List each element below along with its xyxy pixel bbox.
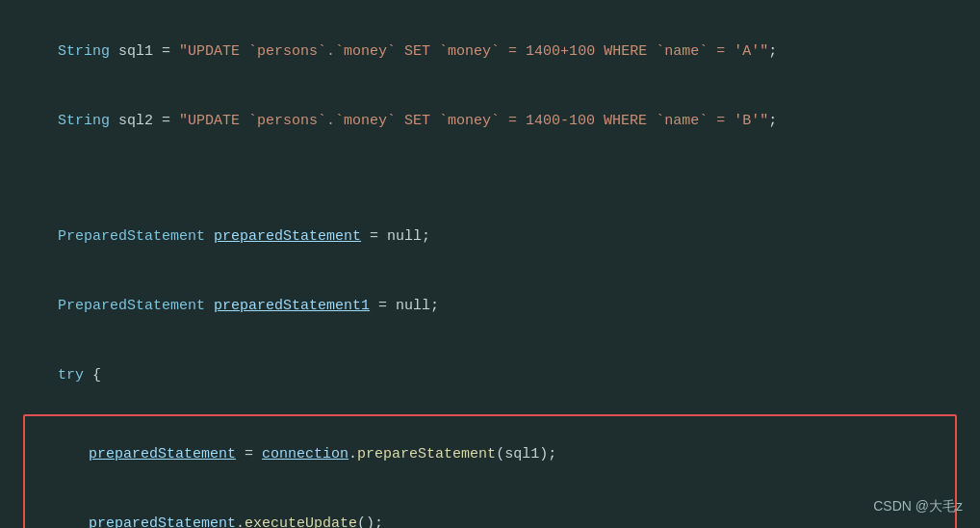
blank-1 [23,156,957,179]
code-editor: String sql1 = "UPDATE `persons`.`money` … [0,0,980,528]
code-line-2: String sql2 = "UPDATE `persons`.`money` … [23,87,957,156]
red-box-1: preparedStatement = connection.prepareSt… [23,414,957,528]
code-line-6a: preparedStatement = connection.prepareSt… [37,420,943,489]
code-line-1: String sql1 = "UPDATE `persons`.`money` … [23,17,957,87]
code-line-5: try { [23,341,957,410]
blank-2 [23,179,957,202]
code-line-3: PreparedStatement preparedStatement = nu… [23,202,957,272]
code-line-6b: preparedStatement.executeUpdate(); [37,489,943,528]
code-line-4: PreparedStatement preparedStatement1 = n… [23,272,957,341]
watermark: CSDN @大毛z [873,495,963,516]
